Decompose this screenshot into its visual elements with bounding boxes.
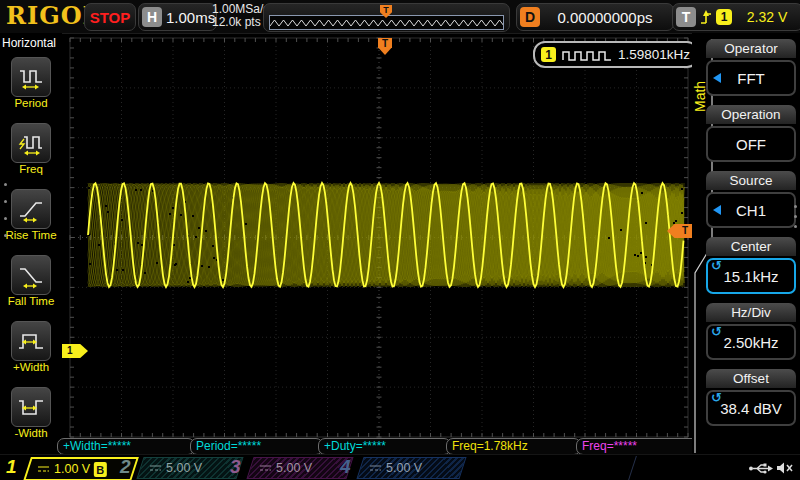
waveform-canvas (62, 35, 692, 447)
measurement-period[interactable]: Period=***** (190, 438, 323, 455)
menu-group-center[interactable]: Center ↺ 15.1kHz (706, 237, 796, 294)
channel3-status[interactable]: 5.00 V (246, 457, 353, 479)
preview-zigzag (270, 17, 503, 30)
offset-value: 38.4 dBV (720, 400, 782, 417)
page-dot (794, 225, 797, 228)
rising-edge-icon (699, 7, 713, 27)
menu-item-fall-time[interactable]: Fall Time (0, 255, 62, 317)
square-wave-icon (561, 47, 613, 63)
channel-1-chip: 1 (541, 47, 556, 62)
run-state-label: STOP (90, 9, 131, 26)
measurement-pwidth[interactable]: +Width=***** (57, 438, 195, 455)
trigger-source-chip: 1 (716, 9, 732, 25)
channel3-number: 3 (230, 456, 241, 478)
delay-box[interactable]: D 0.00000000ps (516, 3, 674, 31)
scroll-indicator-dot (4, 200, 7, 203)
menu-group-source[interactable]: Source CH1 (706, 171, 796, 228)
waveform-preview[interactable]: T (263, 3, 510, 32)
channel4-number: 4 (340, 456, 351, 478)
minus-width-icon (11, 387, 51, 427)
graticule-display: 1 1.59801kHz T 1 T (62, 35, 692, 447)
dc-coupling-icon (259, 463, 272, 473)
dc-coupling-icon (37, 464, 50, 474)
memory-depth: 12.0k pts (212, 16, 269, 29)
source-value: CH1 (736, 202, 766, 219)
chevron-left-icon (713, 205, 721, 215)
page-dot (794, 205, 797, 208)
horizontal-timebase-box[interactable]: H 1.00ms (138, 3, 217, 31)
rotate-knob-icon: ↺ (711, 390, 722, 405)
menu-group-operation[interactable]: Operation OFF (706, 105, 796, 162)
horizontal-chip: H (142, 7, 162, 27)
left-menu-title: Horizontal (2, 36, 62, 50)
scroll-indicator-dot (4, 217, 7, 220)
scroll-indicator-dot (4, 234, 7, 237)
channel4-scale: 5.00 V (386, 461, 422, 475)
bandwidth-limit-icon: B (94, 462, 107, 477)
period-icon (11, 57, 51, 97)
trigger-chip: T (676, 7, 696, 27)
menu-group-operator[interactable]: Operator FFT (706, 39, 796, 96)
measurement-freq-ch1[interactable]: Freq=1.78kHz (446, 438, 581, 455)
freq-icon (11, 123, 51, 163)
channel2-status[interactable]: 5.00 V (136, 457, 243, 479)
timebase-value: 1.00ms (166, 9, 215, 26)
channel4-status[interactable]: 5.00 V (356, 457, 466, 479)
left-menu: Horizontal Period Freq (0, 33, 62, 454)
plus-width-icon (11, 321, 51, 361)
menu-group-hzdiv[interactable]: Hz/Div ↺ 2.50kHz (706, 303, 796, 360)
menu-group-offset[interactable]: Offset ↺ 38.4 dBV (706, 369, 796, 426)
menu-item-nwidth[interactable]: -Width (0, 387, 62, 449)
center-value: 15.1kHz (723, 268, 778, 285)
hzdiv-value: 2.50kHz (723, 334, 778, 351)
scroll-indicator-dot (4, 183, 7, 186)
rotate-knob-icon: ↺ (711, 324, 722, 339)
menu-item-period[interactable]: Period (0, 57, 62, 119)
operation-value: OFF (736, 136, 766, 153)
channel3-scale: 5.00 V (276, 461, 312, 475)
channel2-scale: 5.00 V (166, 461, 202, 475)
speaker-muted-icon[interactable] (776, 461, 795, 475)
menu-item-pwidth[interactable]: +Width (0, 321, 62, 383)
rise-time-icon (11, 189, 51, 229)
top-status-bar: RIGOL STOP H 1.00ms 1.00MSa/s 12.0k pts … (0, 0, 800, 34)
operator-value: FFT (737, 70, 765, 87)
dc-coupling-icon (369, 463, 382, 473)
dc-coupling-icon (149, 463, 162, 473)
run-stop-indicator[interactable]: STOP (84, 3, 136, 31)
delay-value: 0.00000000ps (540, 9, 670, 26)
menu-item-freq[interactable]: Freq (0, 123, 62, 185)
separator (628, 456, 637, 480)
fall-time-icon (11, 255, 51, 295)
channel-status-bar: 1 1.00 V B 2 5.00 V 3 5.00 V 4 5.00 V (0, 454, 800, 480)
chevron-left-icon (713, 73, 721, 83)
channel2-number: 2 (120, 456, 131, 478)
trigger-frequency-badge: 1 1.59801kHz (533, 41, 699, 68)
menu-item-rise-time[interactable]: Rise Time (0, 189, 62, 251)
channel1-scale: 1.00 V (54, 462, 90, 476)
acquisition-info: 1.00MSa/s 12.0k pts (212, 3, 269, 29)
usb-icon[interactable] (748, 462, 774, 475)
rotate-knob-icon: ↺ (711, 258, 722, 273)
page-dot (794, 215, 797, 218)
trigger-box[interactable]: T 1 2.32 V (672, 3, 800, 31)
trigger-frequency-value: 1.59801kHz (618, 47, 690, 62)
trigger-level-value: 2.32 V (735, 9, 799, 25)
right-menu: Math Operator FFT Operation OFF Source C… (692, 33, 800, 454)
delay-chip: D (520, 7, 540, 27)
measurement-pduty[interactable]: +Duty=***** (318, 438, 451, 455)
channel1-number: 1 (6, 456, 17, 478)
